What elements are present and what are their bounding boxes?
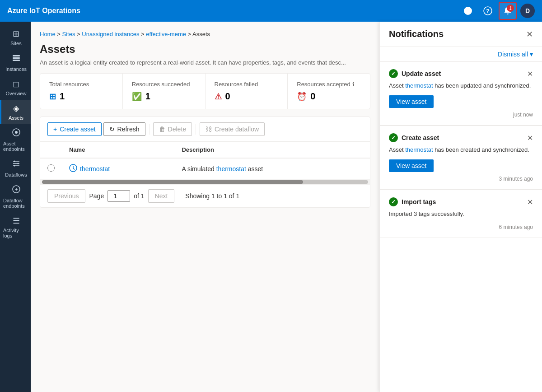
stat-total-resources: Total resources ⊞ 1 <box>40 74 123 109</box>
create-dataflow-button[interactable]: ⛓ Create dataflow <box>200 122 265 136</box>
sidebar-item-label: Activity logs <box>3 228 29 238</box>
sidebar-item-label: Instances <box>5 66 27 72</box>
sidebar-item-label: Dataflows <box>5 172 27 177</box>
chevron-down-icon: ▾ <box>530 51 533 58</box>
notif-highlight-2: thermostat <box>405 146 433 153</box>
sidebar-item-asset-endpoints[interactable]: Asset endpoints <box>0 124 31 155</box>
sidebar-item-activity-logs[interactable]: ☰ Activity logs <box>0 212 31 242</box>
notification-badge: 1 <box>507 5 514 12</box>
clock-icon: ⏰ <box>297 92 307 102</box>
grid-icon: ⊞ <box>49 92 56 102</box>
breadcrumb-effective-meme[interactable]: effective-meme <box>146 31 186 37</box>
activity-logs-icon: ☰ <box>13 216 20 226</box>
notif-title-2: ✓ Create asset <box>389 133 439 142</box>
notif-header-2: ✓ Create asset ✕ <box>389 133 533 142</box>
breadcrumb-sites[interactable]: Sites <box>62 31 75 37</box>
stat-total-value: ⊞ 1 <box>49 91 113 102</box>
asset-endpoints-icon <box>12 128 21 139</box>
sidebar-item-label: Dataflow endpoints <box>3 198 29 209</box>
settings-button[interactable] <box>459 2 477 20</box>
row-name-cell: thermostat <box>62 158 174 179</box>
stat-succeeded: Resources succeeded ✅ 1 <box>123 74 206 109</box>
stat-succeeded-label: Resources succeeded <box>132 81 196 88</box>
svg-rect-4 <box>13 60 20 61</box>
sidebar-item-dataflows[interactable]: Dataflows <box>0 155 31 181</box>
dataflows-icon <box>12 159 21 170</box>
notif-highlight-1: thermostat <box>405 82 433 89</box>
table-row: thermostat A simulated thermostat asset <box>40 158 370 179</box>
next-button[interactable]: Next <box>148 189 175 203</box>
svg-rect-2 <box>13 55 20 56</box>
stat-accepted-value: ⏰ 0 <box>297 91 361 102</box>
notif-close-2[interactable]: ✕ <box>527 134 533 142</box>
view-asset-button-2[interactable]: View asset <box>389 159 434 172</box>
notifications-title: Notifications <box>389 29 444 39</box>
success-icon-2: ✓ <box>389 133 398 142</box>
sidebar-item-overview[interactable]: ◻ Overview <box>0 75 31 100</box>
notif-header-1: ✓ Update asset ✕ <box>389 69 533 78</box>
notifications-button[interactable]: 1 <box>499 2 517 20</box>
scrollbar-track <box>42 180 368 184</box>
page-title: Assets <box>40 43 370 56</box>
topbar: Azure IoT Operations ? 1 D <box>0 0 542 22</box>
row-radio[interactable] <box>47 164 55 172</box>
dismiss-all-button[interactable]: Dismiss all ▾ <box>498 51 533 58</box>
instances-icon <box>12 53 21 65</box>
sidebar-item-dataflow-endpoints[interactable]: Dataflow endpoints <box>0 181 31 212</box>
sidebar-item-label: Assets <box>9 115 23 121</box>
notifications-header: Notifications ✕ <box>380 22 542 47</box>
notification-update-asset: ✓ Update asset ✕ Asset thermostat has be… <box>380 62 542 126</box>
notification-import-tags: ✓ Import tags ✕ Imported 3 tags successf… <box>380 190 542 238</box>
notif-close-3[interactable]: ✕ <box>527 198 533 206</box>
sidebar-item-label: Asset endpoints <box>3 141 29 152</box>
svg-text:?: ? <box>486 8 490 14</box>
stat-failed-label: Resources failed <box>215 81 279 88</box>
topbar-icons: ? 1 D <box>459 2 535 20</box>
sidebar: ⊞ Sites Instances ◻ Overview ◈ Assets As… <box>0 22 31 392</box>
notif-time-3: 6 minutes ago <box>389 224 533 230</box>
user-avatar[interactable]: D <box>520 4 535 18</box>
sidebar-item-sites[interactable]: ⊞ Sites <box>0 25 31 50</box>
sidebar-item-instances[interactable]: Instances <box>0 50 31 75</box>
asset-link-thermostat[interactable]: thermostat <box>69 164 167 173</box>
table-toolbar: + Create asset ↻ Refresh 🗑 Delete ⛓ Crea… <box>40 117 370 142</box>
page-description: An asset is a logical entity created to … <box>40 59 356 66</box>
stat-accepted: Resources accepted ℹ ⏰ 0 <box>288 74 370 109</box>
sidebar-item-label: Overview <box>6 91 27 96</box>
notif-time-2: 3 minutes ago <box>389 176 533 182</box>
horizontal-scrollbar[interactable] <box>40 179 370 185</box>
showing-text: Showing 1 to 1 of 1 <box>185 192 239 200</box>
notifications-close-button[interactable]: ✕ <box>526 29 533 39</box>
refresh-button[interactable]: ↻ Refresh <box>103 122 145 136</box>
previous-button[interactable]: Previous <box>47 189 85 203</box>
of-label: of 1 <box>134 192 144 200</box>
breadcrumb: Home > Sites > Unassigned instances > ef… <box>40 31 370 37</box>
col-select <box>40 142 62 158</box>
svg-point-6 <box>15 131 18 134</box>
view-asset-button-1[interactable]: View asset <box>389 95 434 108</box>
breadcrumb-assets: Assets <box>192 31 210 37</box>
notif-body-1: Asset thermostat has been updated and sy… <box>389 82 533 90</box>
toolbar-separator2 <box>196 124 196 135</box>
delete-icon: 🗑 <box>159 126 165 133</box>
sidebar-item-assets[interactable]: ◈ Assets <box>0 100 31 124</box>
stat-succeeded-value: ✅ 1 <box>132 91 196 102</box>
notif-body-2: Asset thermostat has been created and sy… <box>389 146 533 154</box>
notifications-panel: Notifications ✕ Dismiss all ▾ ✓ Update a… <box>379 22 542 392</box>
help-button[interactable]: ? <box>479 2 497 20</box>
stat-failed: Resources failed ⚠ 0 <box>206 74 288 109</box>
notif-close-1[interactable]: ✕ <box>527 70 533 78</box>
stats-row: Total resources ⊞ 1 Resources succeeded … <box>40 73 370 109</box>
page-input[interactable] <box>107 190 130 202</box>
svg-rect-3 <box>13 57 20 59</box>
stat-total-label: Total resources <box>49 81 113 88</box>
breadcrumb-home[interactable]: Home <box>40 31 56 37</box>
breadcrumb-unassigned-instances[interactable]: Unassigned instances <box>82 31 139 37</box>
create-asset-button[interactable]: + Create asset <box>47 122 102 136</box>
refresh-icon: ↻ <box>109 126 115 133</box>
delete-button[interactable]: 🗑 Delete <box>153 122 192 136</box>
plus-icon: + <box>53 126 57 133</box>
notifications-actions: Dismiss all ▾ <box>380 47 542 62</box>
notif-header-3: ✓ Import tags ✕ <box>389 197 533 206</box>
info-icon[interactable]: ℹ <box>352 81 355 88</box>
